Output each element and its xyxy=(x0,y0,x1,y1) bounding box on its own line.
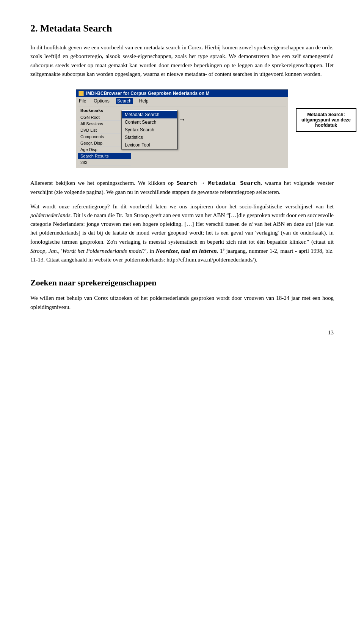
italic-ei: ei xyxy=(248,221,253,227)
italic-poldernederlands: poldernederlands xyxy=(30,212,71,218)
screenshot-menubar: File Options Search Help xyxy=(76,97,288,105)
superscript-e: e xyxy=(223,247,224,251)
bold-italic-noordzee: Noordzee, taal en letteren xyxy=(156,248,217,254)
app-icon xyxy=(78,91,84,96)
italic-stroop: Stroop, Jan. xyxy=(30,248,58,254)
paragraph-2: Allereerst bekijken we het openingsscher… xyxy=(30,179,334,197)
inline-code-metadata: Metadata Search xyxy=(208,180,261,187)
callout-text: Metadata Search:uitgangspunt van deze ho… xyxy=(301,112,351,128)
menu-options[interactable]: Options xyxy=(93,98,110,104)
search-dropdown: Metadata Search Content Search Syntax Se… xyxy=(121,110,178,150)
screenshot-titlebar: IMDI-BCBrowser for Corpus Gesproken Nede… xyxy=(76,90,288,97)
callout-box: Metadata Search:uitgangspunt van deze ho… xyxy=(296,108,356,132)
dropdown-content-search[interactable]: Content Search xyxy=(122,118,177,126)
menu-help[interactable]: Help xyxy=(138,98,150,104)
section-title-zoeken: Zoeken naar sprekereigenschappen xyxy=(30,278,334,288)
dropdown-arrow: → xyxy=(178,115,186,124)
menu-file[interactable]: File xyxy=(78,98,87,104)
chapter-title: 2. Metadata Search xyxy=(30,23,334,34)
paragraph-3: Wat wordt onze referentiegroep? In dit v… xyxy=(30,202,334,265)
menu-search[interactable]: Search xyxy=(116,98,133,104)
dropdown-statistics[interactable]: Statistics xyxy=(122,134,177,141)
dropdown-syntax-search[interactable]: Syntax Search xyxy=(122,126,177,134)
searches-text: searches xyxy=(233,71,252,77)
item-search-results[interactable]: Search Results xyxy=(78,153,131,159)
paragraph-1: In dit hoofdstuk geven we een voorbeeld … xyxy=(30,43,334,79)
page-number: 13 xyxy=(328,329,334,336)
italic-aai: aai xyxy=(306,221,313,227)
screenshot-box: IMDI-BCBrowser for Corpus Gesproken Nede… xyxy=(76,89,288,168)
italic-wordt: Wordt het Poldernederlands model? xyxy=(62,248,145,254)
item-283[interactable]: 283 xyxy=(78,159,131,166)
window-title: IMDI-BCBrowser for Corpus Gesproken Nede… xyxy=(86,91,209,96)
dropdown-lexicon-tool[interactable]: Lexicon Tool xyxy=(122,141,177,149)
dropdown-metadata-search[interactable]: Metadata Search xyxy=(122,111,177,118)
of-text: of xyxy=(209,71,213,77)
inline-code-search: Search xyxy=(176,180,197,187)
page: 2. Metadata Search In dit hoofdstuk geve… xyxy=(0,0,364,347)
screenshot-section: IMDI-BCBrowser for Corpus Gesproken Nede… xyxy=(30,89,334,168)
paragraph-4: We willen met behulp van Corex uitzoeken… xyxy=(30,294,334,312)
